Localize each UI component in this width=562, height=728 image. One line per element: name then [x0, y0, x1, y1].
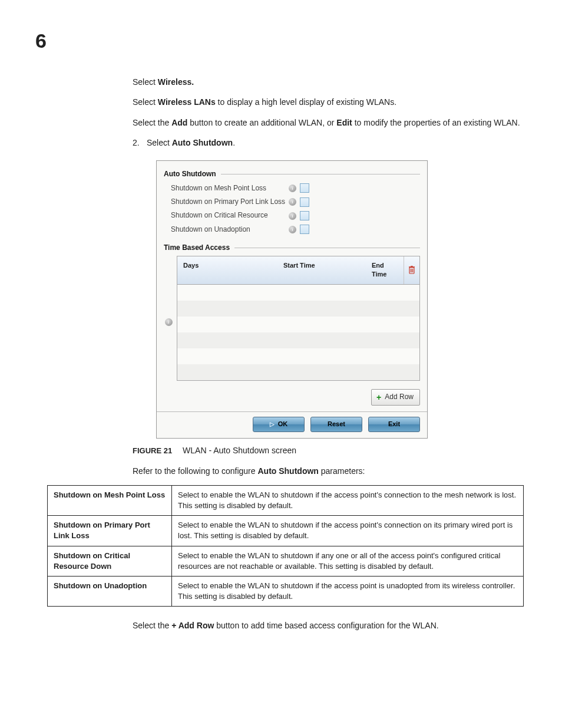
- option-label: Shutdown on Unadoption: [171, 225, 289, 235]
- term-auto-shutdown: Auto Shutdown: [257, 466, 318, 476]
- text: Refer to the following to configure: [133, 466, 257, 476]
- text: button to create an additional WLAN, or: [187, 118, 336, 127]
- plus-icon: +: [376, 393, 381, 401]
- grid-body: [177, 285, 419, 380]
- term-add-row: + Add Row: [171, 621, 214, 630]
- text: to modify the properties of an existing …: [352, 118, 520, 127]
- option-label: Shutdown on Primary Port Link Loss: [171, 197, 289, 207]
- info-icon[interactable]: i: [289, 198, 296, 206]
- exit-button[interactable]: Exit: [368, 417, 420, 432]
- reset-button[interactable]: Reset: [310, 417, 362, 432]
- checkbox[interactable]: [300, 211, 309, 220]
- grid-info-column: i: [164, 256, 177, 326]
- table-row: Shutdown on Primary Port Link Loss Selec…: [48, 516, 524, 546]
- instruction-line-2: Select Wireless LANs to display a high l…: [133, 96, 524, 108]
- term-add: Add: [171, 118, 187, 127]
- text: to display a high level display of exist…: [216, 97, 396, 107]
- option-primary-port-link-loss: Shutdown on Primary Port Link Loss i: [171, 197, 427, 207]
- checkbox[interactable]: [300, 197, 309, 207]
- term-wireless-lans: Wireless LANs: [158, 97, 216, 107]
- divider: [234, 248, 420, 248]
- info-icon[interactable]: i: [289, 226, 296, 233]
- trash-icon: [408, 266, 415, 274]
- figure-caption: FIGURE 21 WLAN - Auto Shutdown screen: [133, 444, 524, 457]
- text: parameters:: [319, 466, 365, 476]
- ok-button[interactable]: ▷ OK: [253, 417, 305, 432]
- column-end-time[interactable]: End Time: [366, 256, 404, 285]
- table-row[interactable]: [177, 348, 419, 364]
- table-row: Shutdown on Unadoption Select to enable …: [48, 577, 524, 607]
- param-desc: Select to enable the WLAN to shutdown if…: [172, 546, 524, 576]
- term-edit: Edit: [336, 118, 352, 127]
- table-row[interactable]: [177, 285, 419, 301]
- param-desc: Select to enable the WLAN to shutdown if…: [172, 577, 524, 607]
- parameter-table: Shutdown on Mesh Point Loss Select to en…: [47, 485, 524, 607]
- grid-header: Days Start Time End Time: [177, 256, 419, 285]
- content-body: Select Wireless. Select Wireless LANs to…: [133, 76, 524, 632]
- figure-title: WLAN - Auto Shutdown screen: [183, 446, 296, 455]
- option-critical-resource: Shutdown on Critical Resource i: [171, 210, 427, 220]
- option-mesh-point-loss: Shutdown on Mesh Point Loss i: [171, 183, 427, 193]
- text: Select the: [133, 118, 171, 127]
- table-row[interactable]: [177, 301, 419, 317]
- section-auto-shutdown: Auto Shutdown: [164, 169, 420, 179]
- section-title: Time Based Access: [164, 243, 230, 253]
- param-name: Shutdown on Primary Port Link Loss: [48, 516, 172, 546]
- time-access-grid: Days Start Time End Time: [177, 256, 420, 381]
- text: Select the: [133, 621, 171, 630]
- checkbox[interactable]: [300, 225, 309, 234]
- svg-rect-2: [411, 266, 413, 266]
- figure-label: FIGURE 21: [133, 446, 172, 455]
- table-row: Shutdown on Mesh Point Loss Select to en…: [48, 485, 524, 515]
- add-row-bar: + Add Row: [164, 389, 420, 405]
- divider: [221, 174, 420, 174]
- column-delete[interactable]: [404, 256, 419, 285]
- table-row: Shutdown on Critical Resource Down Selec…: [48, 546, 524, 576]
- text: Select: [133, 97, 158, 107]
- option-unadoption: Shutdown on Unadoption i: [171, 225, 427, 235]
- button-bar: ▷ OK Reset Exit: [157, 411, 427, 438]
- section-title: Auto Shutdown: [164, 169, 216, 179]
- param-name: Shutdown on Critical Resource Down: [48, 546, 172, 576]
- term-wireless: Wireless.: [158, 77, 194, 87]
- refer-line: Refer to the following to configure Auto…: [133, 465, 524, 477]
- add-row-label: Add Row: [385, 392, 414, 402]
- info-icon[interactable]: i: [289, 185, 296, 192]
- auto-shutdown-panel: Auto Shutdown Shutdown on Mesh Point Los…: [156, 160, 428, 439]
- param-desc: Select to enable the WLAN to shutdown if…: [172, 516, 524, 546]
- text: .: [233, 138, 235, 147]
- info-icon[interactable]: i: [165, 318, 173, 326]
- final-line: Select the + Add Row button to add time …: [133, 620, 524, 631]
- text: Select: [147, 138, 172, 147]
- option-label: Shutdown on Mesh Point Loss: [171, 183, 289, 193]
- ok-label: OK: [278, 420, 288, 429]
- page-number: 6: [35, 29, 524, 52]
- term-auto-shutdown: Auto Shutdown: [172, 138, 233, 147]
- option-label: Shutdown on Critical Resource: [171, 210, 289, 220]
- table-row[interactable]: [177, 364, 419, 380]
- column-days[interactable]: Days: [177, 256, 277, 285]
- section-time-based-access: Time Based Access: [164, 243, 420, 253]
- play-icon: ▷: [270, 420, 275, 429]
- column-start-time[interactable]: Start Time: [277, 256, 366, 285]
- table-row[interactable]: [177, 317, 419, 332]
- instruction-line-1: Select Wireless.: [133, 76, 524, 88]
- step-2: 2. Select Auto Shutdown.: [133, 137, 524, 149]
- param-name: Shutdown on Unadoption: [48, 577, 172, 607]
- param-desc: Select to enable the WLAN to shutdown if…: [172, 485, 524, 515]
- instruction-line-3: Select the Add button to create an addit…: [133, 117, 524, 129]
- add-row-button[interactable]: + Add Row: [371, 389, 420, 405]
- text: button to add time based access configur…: [214, 621, 438, 630]
- table-row[interactable]: [177, 332, 419, 348]
- text: Select: [133, 77, 158, 87]
- svg-rect-1: [409, 267, 415, 268]
- info-icon[interactable]: i: [289, 212, 296, 220]
- step-number: 2.: [133, 137, 144, 149]
- param-name: Shutdown on Mesh Point Loss: [48, 485, 172, 515]
- checkbox[interactable]: [300, 183, 309, 193]
